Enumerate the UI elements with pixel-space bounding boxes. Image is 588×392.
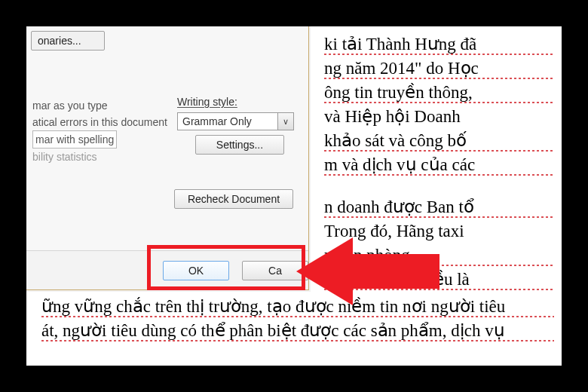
doc-line: ông tin truyền thông, [324,81,554,105]
word-options-dialog: onaries... mar as you type atical errors… [26,26,309,290]
custom-dictionaries-button[interactable]: onaries... [31,31,105,51]
settings-button[interactable]: Settings... [195,135,284,155]
grammar-options-group: mar as you type atical errors in this do… [32,97,167,165]
doc-line: át, người tiêu dùng có thể phân biệt đượ… [41,319,554,343]
doc-line: m và dịch vụ của các [324,153,554,177]
writing-style-combobox[interactable]: Grammar Only ∨ [177,112,294,130]
doc-line: và Hiệp hội Doanh [324,105,554,129]
doc-line: ững vững chắc trên thị trường, tạo được … [41,295,554,319]
doc-line: khảo sát và công bố [324,129,554,153]
doc-line: n doanh được Ban tổ [324,195,554,219]
writing-style-value: Grammar Only [177,112,277,130]
cancel-button[interactable]: Ca [242,261,308,280]
chevron-down-icon: ∨ [283,117,289,127]
doc-line: gia bình chọn đều là [324,268,554,292]
option-show-readability-statistics: bility statistics [32,149,167,165]
option-check-grammar-as-you-type: mar as you type [32,97,167,114]
writing-style-label: Writing style: [177,96,237,108]
doc-line: Trong đó, Hãng taxi [324,219,554,243]
writing-style-dropdown-button[interactable]: ∨ [277,112,294,130]
screenshot-frame: ki tải Thành Hưng đã ng năm 2014" do Học… [26,26,562,366]
doc-line: ki tải Thành Hưng đã [324,32,554,57]
doc-line: n văn phòng [324,243,554,268]
option-mark-grammatical-errors: atical errors in this document [32,114,167,130]
dialog-button-bar: OK Ca [26,250,308,289]
doc-line: ng năm 2014" do Học [324,57,554,81]
ok-button[interactable]: OK [163,261,229,280]
option-check-grammar-with-spelling: mar with spelling [32,130,167,149]
recheck-document-button[interactable]: Recheck Document [174,189,293,209]
